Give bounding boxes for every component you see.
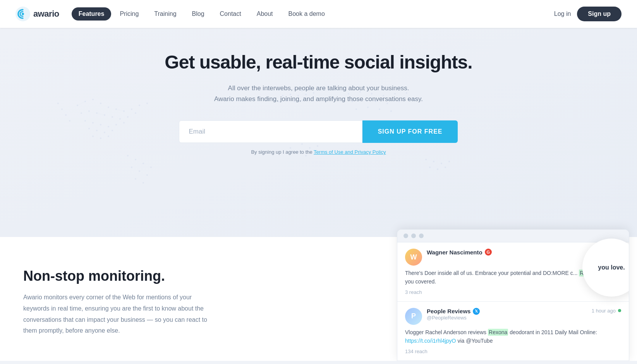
svg-point-24 (115, 124, 117, 125)
svg-point-6 (108, 106, 109, 108)
svg-point-25 (123, 122, 125, 124)
svg-point-33 (57, 103, 59, 104)
svg-point-1 (22, 13, 24, 15)
email-input[interactable] (179, 120, 362, 143)
hero-subtitle: All over the interwebs, people are talki… (165, 83, 472, 105)
svg-point-89 (445, 167, 446, 168)
online-indicator-2 (618, 309, 621, 312)
bubble-overlay: you love. (582, 239, 629, 297)
nav-blog[interactable]: Blog (185, 7, 211, 21)
hero-content: Get usable, real-time social insights. A… (165, 51, 472, 155)
svg-point-85 (441, 163, 442, 164)
logo[interactable]: awario (15, 7, 59, 21)
nav-book-demo[interactable]: Book a demo (282, 7, 332, 21)
signup-free-button[interactable]: SIGN UP FOR FREE (362, 120, 458, 143)
svg-point-86 (448, 161, 450, 162)
monitoring-title: Non-stop monitoring. (23, 268, 209, 284)
feed-text-2: Vlogger Rachel Anderson reviews Rexona d… (405, 328, 621, 345)
login-link[interactable]: Log in (554, 10, 571, 17)
panel-titlebar (397, 230, 629, 242)
svg-point-31 (100, 137, 101, 139)
svg-point-81 (135, 178, 136, 180)
svg-point-10 (139, 105, 140, 106)
nav-pricing[interactable]: Pricing (113, 7, 146, 21)
svg-point-12 (81, 112, 82, 114)
svg-line-90 (77, 101, 85, 105)
feed-link-2[interactable]: https://t.co/i1rhl4jpyO (405, 338, 456, 344)
svg-point-16 (112, 116, 113, 118)
svg-point-83 (425, 159, 427, 160)
svg-point-14 (96, 112, 98, 114)
svg-point-23 (108, 126, 109, 127)
feed-handle-2: @PeopleReviews (427, 315, 587, 321)
svg-point-20 (84, 120, 86, 122)
svg-point-74 (127, 155, 129, 156)
monitoring-content: Non-stop monitoring. Awario monitors eve… (0, 237, 232, 361)
svg-point-21 (92, 122, 94, 124)
feed-item-1: W Wagner Nascimento G 12 min ago There's… (397, 242, 629, 302)
feed-time-2: 1 hour ago (592, 308, 621, 314)
svg-point-18 (127, 116, 129, 118)
svg-point-88 (437, 168, 438, 170)
svg-point-76 (143, 163, 144, 164)
svg-point-3 (84, 101, 86, 102)
svg-point-11 (146, 103, 148, 104)
avatar-2: P (405, 308, 422, 325)
svg-point-5 (100, 103, 101, 104)
feed-header-2: P People Reviews 𝕏 @PeopleReviews 1 hour… (405, 308, 621, 325)
svg-point-35 (65, 114, 67, 116)
svg-point-19 (135, 112, 136, 114)
svg-point-29 (112, 130, 113, 131)
svg-point-4 (92, 99, 94, 100)
svg-point-28 (104, 132, 105, 133)
svg-point-9 (131, 108, 132, 110)
svg-point-34 (61, 108, 63, 110)
svg-point-36 (69, 120, 70, 122)
terms-link[interactable]: Terms of Use and Privacy Policy (314, 149, 386, 155)
feed-name-2: People Reviews 𝕏 (427, 308, 587, 315)
svg-point-15 (104, 114, 105, 116)
nav-about[interactable]: About (250, 7, 280, 21)
feed-reach-1: 3 reach (405, 289, 621, 295)
navbar: awario Features Pricing Training Blog Co… (0, 0, 637, 28)
svg-point-8 (123, 110, 125, 112)
svg-point-87 (429, 167, 431, 168)
svg-point-30 (92, 136, 94, 137)
google-icon-1: G (485, 249, 492, 256)
svg-point-17 (119, 118, 121, 120)
nav-right: Log in Sign up (554, 7, 622, 21)
terms-text: By signing up I agree to the Terms of Us… (165, 149, 472, 155)
nav-training[interactable]: Training (147, 7, 183, 21)
svg-point-77 (150, 167, 152, 168)
hero-section: Get usable, real-time social insights. A… (0, 28, 637, 237)
svg-point-7 (115, 108, 117, 110)
window-dot-2 (411, 234, 416, 238)
window-dot-1 (403, 234, 408, 238)
svg-point-22 (100, 124, 101, 125)
signup-button[interactable]: Sign up (577, 7, 622, 21)
nav-features[interactable]: Features (72, 7, 112, 21)
svg-point-78 (131, 167, 132, 168)
svg-point-80 (146, 174, 148, 176)
nav-links: Features Pricing Training Blog Contact A… (72, 7, 554, 21)
feed-item-2: P People Reviews 𝕏 @PeopleReviews 1 hour… (397, 302, 629, 361)
feed-panel: W Wagner Nascimento G 12 min ago There's… (397, 229, 629, 361)
svg-point-26 (88, 128, 90, 129)
hero-title: Get usable, real-time social insights. (165, 51, 472, 74)
svg-line-92 (116, 109, 124, 111)
feed-meta-1: Wagner Nascimento G (427, 249, 586, 256)
svg-point-79 (139, 170, 140, 172)
svg-point-75 (135, 159, 136, 160)
bottom-section: Non-stop monitoring. Awario monitors eve… (0, 237, 637, 361)
nav-contact[interactable]: Contact (213, 7, 248, 21)
monitoring-text: Awario monitors every corner of the Web … (23, 292, 209, 337)
signup-form: SIGN UP FOR FREE (179, 120, 458, 143)
highlight-2: Rexona (488, 329, 508, 336)
svg-point-13 (88, 110, 90, 112)
svg-point-27 (96, 130, 98, 131)
svg-line-91 (97, 113, 105, 115)
svg-point-82 (143, 182, 144, 184)
svg-point-2 (77, 105, 78, 106)
svg-point-84 (433, 161, 434, 162)
window-dot-3 (419, 234, 424, 238)
